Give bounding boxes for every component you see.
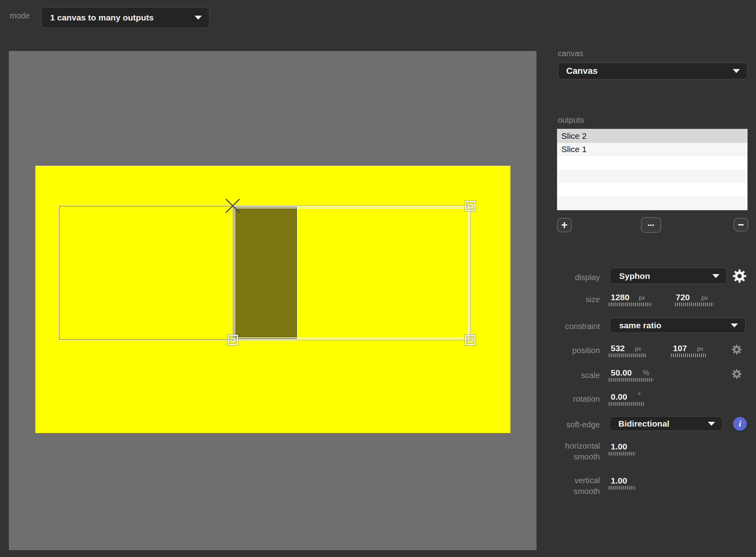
position-settings-gear-icon[interactable] <box>732 344 742 355</box>
display-settings-gear-icon[interactable] <box>732 269 747 283</box>
corner-handle-top-right[interactable] <box>465 201 476 211</box>
horizontal-smooth-value: 1.00 <box>611 442 627 451</box>
slice2-rect[interactable] <box>233 206 470 340</box>
display-dropdown-value: Syphon <box>610 271 712 281</box>
output-row-empty[interactable] <box>557 156 747 170</box>
position-x-unit: px <box>635 345 641 352</box>
mode-dropdown-value: 1 canvas to many outputs <box>41 13 195 22</box>
position-x-value: 532 <box>611 344 625 353</box>
rotation-scrubber[interactable] <box>609 402 644 406</box>
display-label: display <box>557 272 600 283</box>
horizontal-smooth-label: horizontal smooth <box>557 441 600 462</box>
corner-handle-inner <box>468 204 473 208</box>
size-height-unit: px <box>701 294 708 301</box>
mode-label: mode <box>10 11 30 20</box>
position-y-scrubber[interactable] <box>671 354 706 357</box>
scale-settings-gear-icon[interactable] <box>732 369 742 379</box>
chevron-down-icon <box>731 323 738 327</box>
chevron-down-icon <box>733 69 740 73</box>
rotation-value: 0.00 <box>611 392 627 402</box>
chevron-down-icon <box>712 274 719 278</box>
corner-handle-inner <box>231 338 235 342</box>
corner-handle-inner <box>468 338 473 342</box>
minus-icon: − <box>738 219 744 231</box>
chevron-down-icon <box>195 16 202 20</box>
vertical-smooth-scrubber[interactable] <box>609 486 635 490</box>
horizontal-smooth-scrubber[interactable] <box>609 452 635 455</box>
canvas-dropdown-value: Canvas <box>558 66 733 76</box>
vertical-smooth-label: vertical smooth <box>557 475 600 497</box>
size-width-unit: px <box>639 294 645 301</box>
outputs-label: outputs <box>558 116 584 125</box>
output-row-slice1[interactable]: Slice 1 <box>557 143 747 157</box>
plus-icon: + <box>561 219 568 232</box>
corner-handle-bottom-left[interactable] <box>228 335 238 345</box>
output-row-empty[interactable] <box>557 170 747 183</box>
display-dropdown[interactable]: Syphon <box>610 268 727 284</box>
output-row-slice2[interactable]: Slice 2 <box>557 129 747 143</box>
canvas-section-label: canvas <box>558 49 583 58</box>
rotation-unit: ° <box>638 391 641 400</box>
scale-scrubber[interactable] <box>609 378 653 382</box>
corner-handle-bottom-right[interactable] <box>465 335 476 345</box>
soft-edge-dropdown[interactable]: Bidirectional <box>609 416 723 431</box>
position-y-unit: px <box>697 345 703 352</box>
size-height-value: 720 <box>676 293 690 302</box>
soft-edge-label: soft-edge <box>557 419 600 430</box>
size-height-scrubber[interactable] <box>675 303 713 306</box>
position-y-value: 107 <box>673 344 687 353</box>
constraint-label: constraint <box>557 321 600 332</box>
slice-anchor-marker[interactable] <box>224 197 242 215</box>
output-row-empty[interactable] <box>557 183 747 197</box>
output-row-empty[interactable] <box>557 197 747 210</box>
constraint-dropdown-value: same ratio <box>610 321 731 330</box>
ellipsis-icon: ••• <box>648 222 654 228</box>
canvas-dropdown[interactable]: Canvas <box>558 63 748 79</box>
more-options-button[interactable]: ••• <box>641 217 661 233</box>
scale-value: 50.00 <box>611 368 632 378</box>
vertical-smooth-value: 1.00 <box>611 476 627 486</box>
position-label: position <box>557 345 600 356</box>
remove-output-button[interactable]: − <box>734 218 748 232</box>
mode-dropdown[interactable]: 1 canvas to many outputs <box>41 7 209 28</box>
rotation-label: rotation <box>557 394 600 405</box>
position-x-scrubber[interactable] <box>609 354 647 357</box>
scale-label: scale <box>557 370 600 381</box>
size-label: size <box>557 294 600 305</box>
constraint-dropdown[interactable]: same ratio <box>610 318 746 333</box>
soft-edge-dropdown-value: Bidirectional <box>610 419 708 429</box>
size-width-scrubber[interactable] <box>609 303 651 306</box>
soft-edge-info-button[interactable]: i <box>733 417 747 431</box>
chevron-down-icon <box>708 422 715 426</box>
add-output-button[interactable]: + <box>557 218 572 232</box>
canvas-viewport[interactable] <box>9 51 537 550</box>
scale-unit: % <box>643 369 649 377</box>
info-icon: i <box>739 419 741 428</box>
outputs-list[interactable]: Slice 2 Slice 1 <box>557 129 748 210</box>
size-width-value: 1280 <box>611 293 630 302</box>
